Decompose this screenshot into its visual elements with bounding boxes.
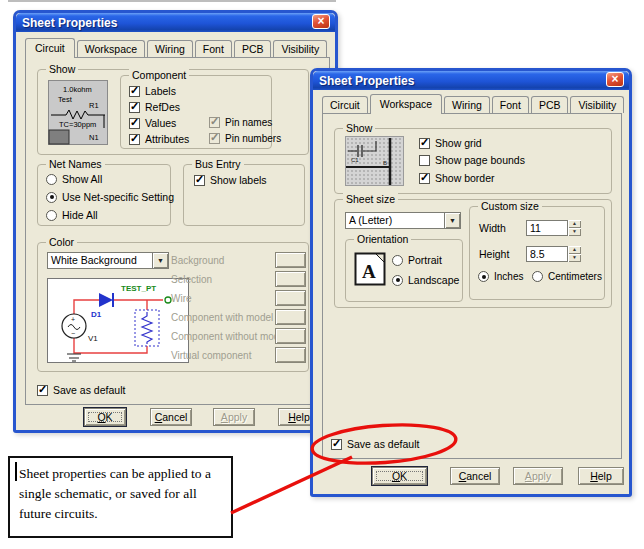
bus-entry-group-label: Bus Entry: [192, 158, 244, 171]
svg-text:−: −: [71, 330, 75, 337]
front-tab-font[interactable]: Font: [492, 96, 529, 113]
values-checkbox[interactable]: Values: [129, 117, 176, 129]
checkbox-label: Show page bounds: [435, 154, 525, 166]
component-group-label: Component: [129, 69, 189, 82]
back-tab-wiring[interactable]: Wiring: [147, 40, 193, 57]
svg-text:N1: N1: [89, 133, 99, 142]
checkbox-label: Show border: [435, 172, 495, 184]
show-border-checkbox[interactable]: Show border: [419, 172, 495, 184]
checkbox-icon: [209, 133, 220, 144]
component-group: Component Labels RefDes Values: [120, 75, 272, 149]
front-save-as-default-checkbox[interactable]: Save as default: [331, 438, 419, 450]
width-label: Width: [479, 222, 506, 234]
back-tab-visibility[interactable]: Visibility: [273, 40, 327, 57]
wire-color-button: [275, 290, 306, 306]
checkbox-label: Labels: [145, 85, 176, 97]
radio-icon: [46, 174, 57, 185]
radio-icon: [532, 271, 543, 282]
svg-text:A: A: [362, 261, 376, 282]
svg-text:R1: R1: [89, 101, 99, 110]
sheet-size-dropdown[interactable]: A (Letter): [345, 212, 461, 229]
checkbox-icon: [419, 155, 430, 166]
back-save-as-default-checkbox[interactable]: Save as default: [37, 384, 125, 396]
color-scheme-dropdown[interactable]: White Background: [47, 252, 169, 269]
wire-label: Wire: [171, 293, 192, 304]
component-with-model-color-button: [275, 309, 306, 325]
radio-label: Portrait: [408, 254, 442, 266]
front-tab-wiring[interactable]: Wiring: [444, 96, 490, 113]
front-ok-button[interactable]: OK: [372, 467, 427, 485]
bus-entry-group: Bus Entry Show labels: [183, 164, 305, 226]
checkbox-label: Show grid: [435, 137, 482, 149]
front-title-bar[interactable]: Sheet Properties: [313, 71, 629, 90]
portrait-radio[interactable]: Portrait: [392, 254, 442, 266]
checkbox-label: Show labels: [210, 174, 267, 186]
attributes-checkbox[interactable]: Attributes: [129, 133, 189, 145]
show-group: Show 1.0kohm Test R1 TC=30ppm N1 Compone…: [37, 69, 309, 155]
svg-text:C1: C1: [351, 157, 359, 163]
hide-all-radio[interactable]: Hide All: [46, 209, 98, 221]
back-close-button[interactable]: [312, 14, 330, 29]
back-title-bar[interactable]: Sheet Properties: [16, 13, 335, 32]
show-labels-checkbox[interactable]: Show labels: [194, 174, 267, 186]
chevron-down-icon[interactable]: [152, 253, 168, 268]
front-tab-page: Show C1 B Show grid: [322, 113, 622, 459]
show-all-radio[interactable]: Show All: [46, 173, 102, 185]
svg-text:1.0kohm: 1.0kohm: [63, 85, 92, 94]
checkbox-icon: [194, 175, 205, 186]
back-tab-pcb[interactable]: PCB: [234, 40, 272, 57]
background-label: Background: [171, 255, 224, 266]
back-apply-button: Apply: [213, 408, 255, 426]
use-net-specific-radio[interactable]: Use Net-specific Setting: [46, 191, 174, 203]
component-without-model-color-button: [275, 328, 306, 344]
width-spinner[interactable]: ▲▼: [568, 220, 581, 236]
height-input[interactable]: [526, 246, 568, 262]
virtual-component-color-button: [275, 347, 306, 363]
svg-text:TC=30ppm: TC=30ppm: [59, 120, 96, 129]
show-group-label: Show: [343, 122, 375, 135]
front-tab-circuit[interactable]: Circuit: [322, 96, 368, 113]
radio-label: Centimeters: [548, 271, 602, 282]
chevron-down-icon[interactable]: [444, 213, 460, 228]
front-help-button[interactable]: Help: [578, 467, 624, 485]
checkbox-label: RefDes: [145, 101, 180, 113]
show-grid-checkbox[interactable]: Show grid: [419, 137, 482, 149]
front-tab-workspace[interactable]: Workspace: [370, 94, 442, 114]
grid-preview: C1 B: [345, 136, 404, 186]
height-spinner[interactable]: ▲▼: [568, 246, 581, 262]
color-group-label: Color: [46, 236, 77, 249]
checkbox-label: Pin numbers: [225, 133, 281, 144]
back-tab-font[interactable]: Font: [195, 40, 232, 57]
radio-label: Hide All: [62, 209, 98, 221]
annotation-text: Sheet properties can be applied to a sin…: [19, 464, 225, 524]
inches-radio[interactable]: Inches: [478, 271, 523, 282]
front-tab-visibility[interactable]: Visibility: [570, 96, 624, 113]
labels-checkbox[interactable]: Labels: [129, 85, 176, 97]
checkbox-icon: [129, 134, 140, 145]
front-cancel-button[interactable]: Cancel: [450, 467, 500, 485]
back-ok-button[interactable]: OK: [84, 408, 126, 426]
show-page-bounds-checkbox[interactable]: Show page bounds: [419, 154, 525, 166]
centimeters-radio[interactable]: Centimeters: [532, 271, 602, 282]
show-group-label: Show: [46, 63, 78, 76]
refdes-checkbox[interactable]: RefDes: [129, 101, 180, 113]
back-cancel-button[interactable]: Cancel: [150, 408, 192, 426]
orientation-group: Orientation A Portrait Landscape: [345, 239, 463, 302]
virtual-component-label: Virtual component: [171, 350, 251, 361]
checkbox-icon: [129, 86, 140, 97]
radio-icon: [46, 210, 57, 221]
front-window-title: Sheet Properties: [313, 74, 414, 88]
dropdown-value: White Background: [48, 253, 152, 268]
front-tab-pcb[interactable]: PCB: [531, 96, 569, 113]
svg-text:Test: Test: [58, 95, 73, 104]
workspace-show-group: Show C1 B Show grid: [334, 128, 612, 194]
back-tab-circuit[interactable]: Circuit: [25, 38, 75, 58]
annotation-box: Sheet properties can be applied to a sin…: [8, 456, 233, 538]
checkbox-label: Save as default: [347, 438, 419, 450]
back-tab-workspace[interactable]: Workspace: [77, 40, 145, 57]
width-input[interactable]: [526, 220, 568, 236]
front-close-button[interactable]: [606, 72, 624, 87]
landscape-radio[interactable]: Landscape: [392, 274, 459, 286]
dropdown-value: A (Letter): [346, 213, 444, 228]
pin-numbers-checkbox: Pin numbers: [209, 133, 281, 144]
